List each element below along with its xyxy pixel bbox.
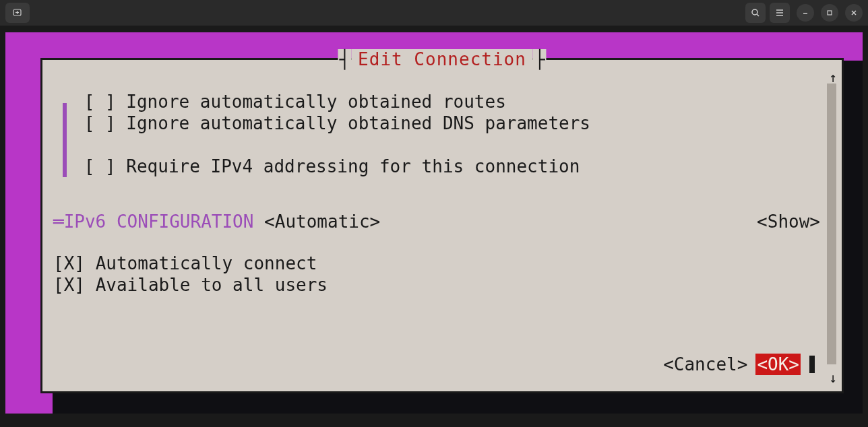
titlebar-left xyxy=(5,3,30,23)
all-users-label: Available to all users xyxy=(96,275,328,295)
ipv6-config-row: ═ IPv6 CONFIGURATION <Automatic> <Show> xyxy=(53,211,820,232)
close-icon xyxy=(850,9,857,16)
close-button[interactable] xyxy=(845,4,863,22)
search-button[interactable] xyxy=(745,3,766,23)
svg-rect-9 xyxy=(828,11,832,15)
minimize-button[interactable] xyxy=(797,4,814,22)
svg-point-3 xyxy=(752,9,757,15)
dialog-content: [ ] Ignore automatically obtained routes… xyxy=(53,73,820,382)
edit-connection-dialog: ┤ Edit Connection ├ ↑ ↓ [ ] Ignore autom… xyxy=(40,58,844,393)
checkbox-ignore-dns[interactable]: [ ] Ignore automatically obtained DNS pa… xyxy=(53,112,820,134)
menu-button[interactable] xyxy=(770,3,790,23)
require-ipv4-label: Require IPv4 addressing for this connect… xyxy=(126,156,580,176)
new-tab-button[interactable] xyxy=(5,3,30,23)
maximize-button[interactable] xyxy=(821,4,838,22)
new-tab-icon xyxy=(12,7,23,18)
cursor xyxy=(809,356,815,373)
auto-connect-label: Automatically connect xyxy=(96,253,317,273)
titlebar-right xyxy=(745,3,863,23)
checkbox-ignore-routes[interactable]: [ ] Ignore automatically obtained routes xyxy=(53,91,820,112)
search-icon xyxy=(751,8,760,18)
ignore-routes-label: Ignore automatically obtained routes xyxy=(126,92,506,112)
maximize-icon xyxy=(826,9,833,16)
scroll-down-arrow-icon[interactable]: ↓ xyxy=(829,370,837,386)
dialog-title: Edit Connection xyxy=(351,49,533,69)
ipv6-show-button[interactable]: <Show> xyxy=(757,211,820,232)
minimize-icon xyxy=(802,9,809,16)
ipv6-marker: ═ xyxy=(53,211,64,232)
ipv6-mode-select[interactable]: <Automatic> xyxy=(264,211,380,232)
ok-button[interactable]: <OK> xyxy=(755,354,801,375)
dialog-title-container: ┤ Edit Connection ├ xyxy=(338,49,546,69)
hamburger-icon xyxy=(775,8,784,18)
svg-line-4 xyxy=(757,14,759,16)
title-bracket-left: ┤ xyxy=(338,49,351,69)
scrollbar[interactable] xyxy=(827,84,836,364)
ignore-dns-label: Ignore automatically obtained DNS parame… xyxy=(126,113,590,133)
section-marker xyxy=(63,103,67,177)
dialog-button-row: <Cancel> <OK> xyxy=(663,354,815,375)
cancel-button[interactable]: <Cancel> xyxy=(663,354,747,375)
title-bracket-right: ├ xyxy=(533,49,547,69)
checkbox-require-ipv4[interactable]: [ ] Require IPv4 addressing for this con… xyxy=(53,156,820,177)
checkbox-auto-connect[interactable]: [X] Automatically connect xyxy=(53,253,820,274)
titlebar xyxy=(0,0,868,26)
checkbox-all-users[interactable]: [X] Available to all users xyxy=(53,274,820,296)
ipv6-heading: IPv6 CONFIGURATION xyxy=(64,211,254,232)
